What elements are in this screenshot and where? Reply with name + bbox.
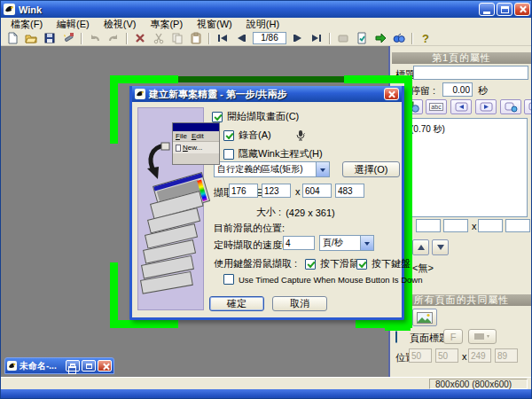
mini-new-doc-icon — [176, 145, 181, 152]
toolbar-separator — [81, 33, 82, 44]
window-title: Wink — [19, 4, 42, 15]
chevron-down-icon[interactable] — [360, 236, 373, 250]
dialog-title-bar: 建立新專案精靈 - 第一步/共兩步 — [132, 86, 402, 102]
region-x-input[interactable] — [229, 184, 258, 198]
minimize-button[interactable] — [479, 3, 495, 16]
region-type-dropdown[interactable]: 自行定義的區域(矩形) — [214, 161, 330, 177]
title-y-input — [435, 348, 458, 363]
mini-window-art: File Edit New... — [172, 122, 220, 165]
menu-edit[interactable]: 編輯(E) — [50, 17, 97, 32]
dialog-title: 建立新專案精靈 - 第一步/共兩步 — [149, 88, 287, 101]
save-project-icon[interactable] — [41, 31, 59, 45]
mouse-click-label: 按下滑鼠 — [320, 257, 359, 270]
wink-app-icon — [7, 361, 17, 371]
shape-height-input[interactable] — [505, 219, 530, 232]
add-textbox-icon[interactable] — [426, 99, 447, 114]
next-frame-icon[interactable] — [289, 31, 307, 45]
rate-unit-dropdown[interactable]: 頁/秒 — [319, 235, 374, 251]
open-project-icon[interactable] — [22, 31, 40, 45]
add-next-button-icon[interactable] — [475, 99, 497, 114]
frame-duration-entry[interactable]: (0.70 秒) — [395, 119, 527, 136]
seconds-label: 秒 — [478, 84, 488, 98]
input-capture-label: 使用鍵盤滑鼠擷取 : — [214, 257, 297, 270]
view-rendered-output-icon[interactable] — [390, 31, 408, 45]
capture-rate-input[interactable] — [283, 236, 315, 250]
dialog-close-button[interactable] — [384, 88, 399, 100]
maximize-button[interactable] — [497, 3, 512, 16]
toolbar-separator — [208, 33, 210, 44]
menu-file[interactable]: 檔案(F) — [4, 17, 50, 32]
help-icon[interactable] — [417, 31, 434, 45]
region-y2-input[interactable] — [335, 184, 364, 198]
mouse-click-checkbox[interactable] — [305, 259, 316, 270]
close-button[interactable] — [514, 3, 530, 16]
move-up-button[interactable] — [412, 239, 429, 255]
capture-frame-top-left-horizontal — [110, 75, 178, 83]
start-capture-row: 開始擷取畫面(C) — [212, 110, 299, 123]
shape-x-input[interactable] — [416, 219, 441, 232]
hide-wink-checkbox[interactable] — [223, 149, 234, 160]
mini-window-titlebar — [173, 123, 219, 131]
minimized-project-window[interactable]: 未命名-... — [4, 357, 114, 374]
paste-icon — [187, 31, 205, 45]
render-icon[interactable] — [372, 31, 389, 45]
region-x2-input[interactable] — [302, 184, 332, 198]
frame-list[interactable]: (0.70 秒) — [394, 118, 528, 217]
menu-bar: 檔案(F) 編輯(E) 檢視(V) 專案(P) 視窗(W) 說明(H) — [1, 18, 532, 31]
page-indicator[interactable]: 1/86 — [253, 32, 286, 44]
size-row: 大小 : (429 x 361) — [256, 206, 335, 219]
shape-width-input[interactable] — [478, 219, 503, 232]
wizard-artwork: File Edit New... — [137, 107, 204, 310]
page-title-checkbox[interactable] — [395, 331, 397, 343]
timed-capture-checkbox[interactable] — [223, 274, 234, 285]
shape-y-input[interactable] — [443, 219, 468, 232]
page-title-input[interactable] — [413, 66, 528, 80]
last-frame-icon[interactable] — [308, 31, 325, 45]
first-frame-icon[interactable] — [214, 31, 231, 45]
previous-frame-icon[interactable] — [232, 31, 250, 45]
menu-help[interactable]: 說明(H) — [239, 17, 286, 32]
region-y-input[interactable] — [262, 184, 291, 198]
audio-row: 錄音(A) — [223, 129, 309, 142]
restore-button[interactable] — [66, 360, 80, 372]
ok-button[interactable]: 確定 — [209, 296, 264, 311]
choose-region-button[interactable]: 選擇(O) — [342, 161, 400, 177]
mouse-click-row: 按下滑鼠 — [305, 257, 359, 270]
move-down-button[interactable] — [432, 239, 449, 255]
x-separator: x — [295, 186, 301, 197]
main-toolbar: 1/86 — [1, 31, 532, 46]
capture-frame-top-right-horizontal — [344, 75, 412, 83]
chevron-down-icon[interactable] — [316, 162, 329, 176]
record-audio-label: 錄音(A) — [239, 129, 271, 142]
start-capture-label: 開始擷取畫面(C) — [227, 110, 299, 123]
status-bar: 800x600 (800x600) — [1, 377, 532, 389]
maximize-button[interactable] — [82, 360, 96, 372]
new-project-wizard-dialog: 建立新專案精靈 - 第一步/共兩步 File Edit New... — [129, 86, 404, 320]
undo-icon — [86, 31, 104, 45]
key-press-checkbox[interactable] — [356, 259, 367, 270]
mini-menu-edit: Edit — [192, 132, 204, 140]
new-project-icon[interactable] — [4, 31, 21, 45]
cancel-button[interactable]: 取消 — [272, 296, 327, 311]
x-separator: x — [462, 351, 467, 362]
start-capture-checkbox[interactable] — [212, 112, 223, 122]
target-none-value: <無> — [412, 262, 434, 275]
toolbar-separator — [411, 33, 413, 44]
project-settings-icon[interactable] — [353, 31, 371, 45]
menu-project[interactable]: 專案(P) — [143, 17, 190, 32]
record-audio-checkbox[interactable] — [223, 130, 234, 141]
menu-view[interactable]: 檢視(V) — [97, 17, 144, 32]
add-goto-url-icon[interactable] — [500, 99, 521, 114]
screenshot-stack-art — [140, 186, 202, 309]
add-goto-frame-icon[interactable] — [524, 99, 532, 114]
add-previous-button-icon[interactable] — [450, 99, 472, 114]
timed-capture-row: Use Timed Capture When Mouse Button Is D… — [223, 274, 423, 285]
microphone-icon[interactable] — [295, 129, 309, 142]
region-type-value: 自行定義的區域(矩形) — [217, 163, 303, 176]
close-button[interactable] — [98, 360, 112, 372]
background-image-button[interactable] — [412, 309, 437, 326]
wizard-icon[interactable] — [59, 31, 77, 45]
menu-window[interactable]: 視窗(W) — [190, 17, 239, 32]
stay-duration-input[interactable] — [442, 82, 473, 97]
capture-frame-bottom-right-horizontal — [356, 320, 412, 328]
